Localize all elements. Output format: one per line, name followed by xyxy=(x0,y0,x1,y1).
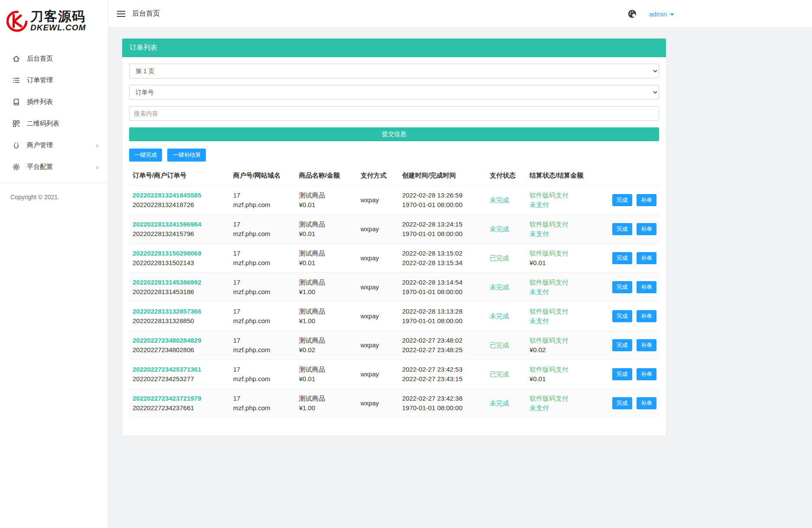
settle-cell: 软件版码支付 未支付 xyxy=(526,186,601,215)
bulk-settle-button[interactable]: 一键补结算 xyxy=(167,149,206,162)
complete-button[interactable]: 完成 xyxy=(612,339,632,351)
product-amount: ¥1.00 xyxy=(299,316,354,326)
supplement-button[interactable]: 补单 xyxy=(637,368,656,380)
row-actions-cell: 完成 补单 xyxy=(601,273,660,302)
sidebar-item-home[interactable]: 后台首页 xyxy=(0,48,108,69)
sidebar-item-platform-config[interactable]: 平台配置 › xyxy=(0,156,108,178)
user-menu[interactable]: admin xyxy=(649,10,674,18)
app: 刀客源码 DKEWL.COM 后台首页 订单管理 插件列 xyxy=(0,0,812,528)
search-field-select[interactable]: 订单号 xyxy=(129,85,659,100)
merchant-domain: mzf.php.com xyxy=(233,287,292,297)
order-number-link[interactable]: 2022022723480284829 xyxy=(133,336,226,345)
order-number-link[interactable]: 2022022813241596984 xyxy=(133,220,226,229)
pay-status-badge: 未完成 xyxy=(490,399,509,407)
main-area: 后台首页 admin 订单列表 第 1 页 订单 xyxy=(108,0,812,528)
theme-palette-icon[interactable] xyxy=(627,9,637,19)
product-name: 测试商品 xyxy=(299,336,354,345)
merchant-order-number: 20220228132418726 xyxy=(133,200,226,210)
sidebar-item-orders[interactable]: 订单管理 xyxy=(0,69,108,91)
settle-amount: 未支付 xyxy=(529,316,597,326)
column-header: 支付方式 xyxy=(357,165,399,186)
merchant-order-number: 20220227234253277 xyxy=(133,374,226,384)
product-cell: 测试商品 ¥0.01 xyxy=(296,186,357,215)
pay-status-cell: 已完成 xyxy=(486,331,526,360)
order-number-link[interactable]: 2022022723423721979 xyxy=(133,394,226,403)
product-amount: ¥0.01 xyxy=(299,200,354,210)
page-select[interactable]: 第 1 页 xyxy=(129,64,659,78)
complete-button[interactable]: 完成 xyxy=(612,281,632,293)
brand-subtitle: DKEWL.COM xyxy=(30,23,86,32)
merchant-domain: mzf.php.com xyxy=(233,374,292,384)
settle-amount: 未支付 xyxy=(529,229,597,239)
complete-button[interactable]: 完成 xyxy=(612,252,632,264)
settle-method: 软件版码支付 xyxy=(529,394,597,403)
pay-status-cell: 未完成 xyxy=(486,302,526,331)
created-time: 2022-02-28 13:14:54 xyxy=(402,278,483,287)
plugin-icon xyxy=(12,98,20,106)
created-time: 2022-02-28 13:24:15 xyxy=(402,220,483,229)
hamburger-menu-icon[interactable] xyxy=(116,7,126,20)
column-header: 支付状态 xyxy=(486,165,526,186)
merchant-id: 17 xyxy=(233,278,292,287)
order-number-link[interactable]: 2022022813241845585 xyxy=(133,191,226,200)
pay-status-cell: 未完成 xyxy=(486,186,526,215)
column-header: 结算状态/结算金额 xyxy=(526,165,601,186)
created-time: 2022-02-28 13:26:59 xyxy=(402,191,483,200)
supplement-button[interactable]: 补单 xyxy=(637,397,656,409)
search-input[interactable] xyxy=(129,106,659,121)
pay-status-cell: 已完成 xyxy=(486,244,526,273)
order-list-panel: 订单列表 第 1 页 订单号 提交信息 一键完成 一键补结算 xyxy=(122,38,666,436)
settle-cell: 软件版码支付 未支付 xyxy=(526,389,601,418)
pay-method-cell: wxpay xyxy=(357,244,399,273)
complete-button[interactable]: 完成 xyxy=(612,194,632,206)
order-number-cell: 2022022813241845585 20220228132418726 xyxy=(129,186,230,215)
submit-button[interactable]: 提交信息 xyxy=(129,127,659,141)
bulk-actions: 一键完成 一键补结算 xyxy=(129,149,659,162)
complete-button[interactable]: 完成 xyxy=(612,368,632,380)
pay-status-badge: 未完成 xyxy=(490,312,509,320)
created-time: 2022-02-27 23:42:53 xyxy=(402,365,483,374)
row-actions-cell: 完成 补单 xyxy=(601,186,660,215)
merchant-icon xyxy=(12,141,20,149)
order-number-link[interactable]: 2022022723425371361 xyxy=(133,365,226,374)
merchant-domain: mzf.php.com xyxy=(233,316,292,326)
complete-button[interactable]: 完成 xyxy=(612,223,632,235)
settle-cell: 软件版码支付 未支付 xyxy=(526,215,601,244)
sidebar-item-qrcodes[interactable]: 二维码列表 xyxy=(0,113,108,134)
product-cell: 测试商品 ¥1.00 xyxy=(296,302,357,331)
order-number-link[interactable]: 2022022813150298069 xyxy=(133,249,226,258)
home-icon xyxy=(12,55,20,62)
order-number-cell: 2022022813241596984 20220228132415796 xyxy=(129,215,230,244)
supplement-button[interactable]: 补单 xyxy=(637,223,656,235)
merchant-id: 17 xyxy=(233,249,292,258)
pay-status-cell: 未完成 xyxy=(486,389,526,418)
order-number-link[interactable]: 2022022813132857366 xyxy=(133,307,226,316)
complete-button[interactable]: 完成 xyxy=(612,310,632,322)
product-name: 测试商品 xyxy=(299,249,354,258)
completed-time: 1970-01-01 08:00:00 xyxy=(402,229,483,239)
complete-button[interactable]: 完成 xyxy=(612,397,632,409)
pay-method-cell: wxpay xyxy=(357,389,399,418)
supplement-button[interactable]: 补单 xyxy=(637,281,656,293)
sidebar-item-plugins[interactable]: 插件列表 xyxy=(0,91,108,113)
pay-method-cell: wxpay xyxy=(357,302,399,331)
order-number-cell: 2022022813132857366 20220228131328850 xyxy=(129,302,230,331)
pay-method-cell: wxpay xyxy=(357,360,399,389)
merchant-id: 17 xyxy=(233,394,292,403)
sidebar-item-label: 插件列表 xyxy=(27,98,53,106)
settle-method: 软件版码支付 xyxy=(529,307,597,316)
order-number-link[interactable]: 2022022813145386992 xyxy=(133,278,226,287)
supplement-button[interactable]: 补单 xyxy=(637,339,656,351)
orders-table: 订单号/商户订单号 商户号/网站域名 商品名称/金额 支付方式 创建时间/完成时… xyxy=(129,165,660,418)
sidebar-item-merchants[interactable]: 商户管理 › xyxy=(0,134,108,156)
supplement-button[interactable]: 补单 xyxy=(637,310,656,322)
merchant-cell: 17 mzf.php.com xyxy=(230,215,296,244)
supplement-button[interactable]: 补单 xyxy=(637,252,656,264)
created-time: 2022-02-28 13:13:28 xyxy=(402,307,483,316)
supplement-button[interactable]: 补单 xyxy=(637,194,656,206)
sidebar-item-label: 商户管理 xyxy=(27,141,53,149)
brand-logo-text: 刀客源码 DKEWL.COM xyxy=(30,10,86,32)
bulk-complete-button[interactable]: 一键完成 xyxy=(129,149,162,162)
sidebar-menu: 后台首页 订单管理 插件列表 二维码列表 xyxy=(0,42,108,183)
sidebar-item-label: 订单管理 xyxy=(27,76,53,84)
